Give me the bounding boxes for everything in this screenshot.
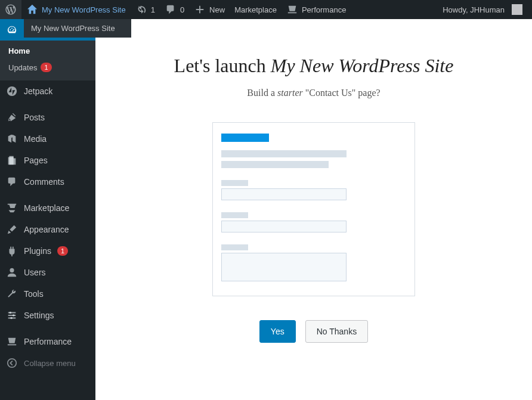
title-site-name: My New WordPress Site bbox=[271, 55, 454, 76]
sidebar-item-media[interactable]: Media bbox=[0, 128, 95, 150]
wrench-icon bbox=[6, 288, 18, 300]
performance-label: Performance bbox=[24, 337, 72, 346]
site-dropdown-label: My New WordPress Site bbox=[31, 24, 115, 33]
dashboard-icon bbox=[6, 24, 18, 36]
sidebar-item-jetpack[interactable]: Jetpack bbox=[0, 80, 95, 102]
sidebar-item-pages[interactable]: Pages bbox=[0, 150, 95, 171]
home-label: Home bbox=[8, 46, 30, 55]
comments-menu[interactable]: 0 bbox=[160, 0, 189, 19]
pages-icon bbox=[6, 154, 18, 166]
wp-logo-menu[interactable] bbox=[0, 0, 21, 19]
plugins-badge: 1 bbox=[57, 246, 68, 256]
subtitle-prefix: Build a bbox=[247, 88, 277, 98]
user-icon bbox=[6, 266, 18, 278]
page-title: Let's launch My New WordPress Site bbox=[174, 55, 454, 77]
sidebar-item-performance[interactable]: Performance bbox=[0, 331, 95, 352]
site-name-menu[interactable]: My New WordPress Site bbox=[21, 0, 131, 19]
admin-sidebar: Home Updates 1 Jetpack Posts Media bbox=[0, 19, 95, 400]
performance-sidebar-icon bbox=[6, 336, 18, 348]
admin-bar-right: Howdy, JHHuman bbox=[438, 0, 532, 19]
marketplace-icon bbox=[6, 202, 18, 214]
preview-input-placeholder bbox=[221, 221, 347, 232]
updates-menu[interactable]: 1 bbox=[131, 0, 160, 19]
marketplace-label: Marketplace bbox=[24, 203, 69, 213]
svg-point-0 bbox=[7, 86, 17, 96]
plus-icon bbox=[194, 4, 206, 15]
subtitle-italic: starter bbox=[277, 88, 303, 98]
new-content-menu[interactable]: New bbox=[189, 0, 230, 19]
sidebar-item-comments[interactable]: Comments bbox=[0, 171, 95, 193]
brush-icon bbox=[6, 224, 18, 235]
appearance-label: Appearance bbox=[24, 225, 69, 234]
sidebar-item-tools[interactable]: Tools bbox=[0, 283, 95, 305]
yes-label: Yes bbox=[271, 327, 284, 336]
settings-label: Settings bbox=[24, 311, 54, 320]
preview-textarea-placeholder bbox=[221, 253, 347, 281]
dashboard-submenu: Home Updates 1 bbox=[0, 41, 95, 80]
performance-label: Performance bbox=[302, 5, 346, 14]
sidebar-item-posts[interactable]: Posts bbox=[0, 107, 95, 128]
jetpack-icon bbox=[6, 85, 18, 97]
performance-menu[interactable]: Performance bbox=[282, 0, 351, 19]
subtitle-suffix: "Contact Us" page? bbox=[303, 88, 381, 98]
collapse-label: Collapse menu bbox=[24, 359, 76, 368]
users-label: Users bbox=[24, 268, 46, 277]
jetpack-label: Jetpack bbox=[24, 86, 52, 96]
site-dropdown-item[interactable]: My New WordPress Site bbox=[24, 19, 131, 38]
action-buttons: Yes No Thanks bbox=[259, 320, 368, 343]
preview-title-placeholder bbox=[221, 134, 269, 142]
home-icon bbox=[26, 4, 38, 15]
new-label: New bbox=[209, 5, 225, 14]
sidebar-subitem-updates[interactable]: Updates 1 bbox=[0, 59, 95, 76]
posts-label: Posts bbox=[24, 113, 45, 122]
yes-button[interactable]: Yes bbox=[259, 320, 296, 343]
sidebar-item-appearance[interactable]: Appearance bbox=[0, 219, 95, 240]
updates-icon bbox=[135, 4, 147, 15]
page-preview-card bbox=[212, 122, 415, 296]
sidebar-item-plugins[interactable]: Plugins 1 bbox=[0, 240, 95, 262]
greeting-label: Howdy, JHHuman bbox=[443, 5, 505, 14]
wordpress-logo-icon bbox=[5, 4, 17, 15]
preview-field-label bbox=[221, 212, 248, 218]
pin-icon bbox=[6, 111, 18, 123]
account-menu[interactable]: Howdy, JHHuman bbox=[438, 0, 527, 19]
no-label: No Thanks bbox=[317, 327, 357, 336]
media-icon bbox=[6, 133, 18, 145]
site-dropdown: My New WordPress Site bbox=[24, 19, 131, 38]
admin-bar: My New WordPress Site 1 0 New Marketplac… bbox=[0, 0, 532, 19]
collapse-icon bbox=[6, 357, 18, 369]
tools-label: Tools bbox=[24, 289, 44, 299]
site-name-label: My New WordPress Site bbox=[42, 5, 126, 14]
sidebar-item-users[interactable]: Users bbox=[0, 262, 95, 283]
main-content: Let's launch My New WordPress Site Build… bbox=[95, 19, 532, 400]
sidebar-subitem-home[interactable]: Home bbox=[0, 43, 95, 59]
comments-count: 0 bbox=[180, 5, 184, 14]
svg-point-2 bbox=[10, 268, 14, 272]
preview-field-label bbox=[221, 180, 248, 186]
admin-bar-left: My New WordPress Site 1 0 New Marketplac… bbox=[0, 0, 351, 19]
svg-point-6 bbox=[8, 359, 16, 367]
performance-icon bbox=[286, 4, 298, 15]
updates-badge: 1 bbox=[41, 63, 51, 72]
title-prefix: Let's launch bbox=[174, 55, 271, 76]
sliders-icon bbox=[6, 309, 18, 321]
preview-text-line bbox=[221, 150, 347, 157]
sidebar-item-settings[interactable]: Settings bbox=[0, 305, 95, 326]
svg-rect-1 bbox=[8, 157, 14, 165]
media-label: Media bbox=[24, 134, 47, 144]
page-subtitle: Build a starter "Contact Us" page? bbox=[247, 88, 380, 98]
preview-field-label bbox=[221, 244, 248, 250]
avatar bbox=[512, 4, 522, 15]
pages-label: Pages bbox=[24, 156, 48, 165]
plugins-label: Plugins bbox=[24, 246, 51, 256]
svg-point-5 bbox=[10, 317, 13, 320]
marketplace-menu[interactable]: Marketplace bbox=[230, 0, 282, 19]
comments-label: Comments bbox=[24, 177, 64, 187]
collapse-menu-button[interactable]: Collapse menu bbox=[0, 352, 95, 374]
no-thanks-button[interactable]: No Thanks bbox=[305, 320, 368, 343]
preview-input-placeholder bbox=[221, 188, 347, 200]
plug-icon bbox=[6, 245, 18, 257]
sidebar-item-marketplace[interactable]: Marketplace bbox=[0, 197, 95, 219]
updates-label: Updates bbox=[8, 63, 37, 72]
svg-point-4 bbox=[13, 314, 15, 317]
